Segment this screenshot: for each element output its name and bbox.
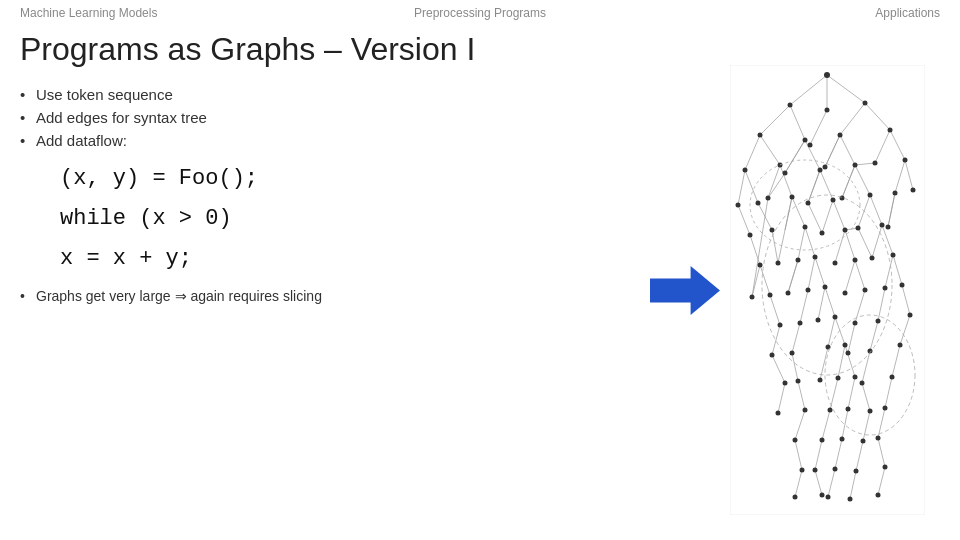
svg-point-140	[843, 228, 848, 233]
svg-point-201	[876, 493, 881, 498]
svg-point-178	[890, 375, 895, 380]
svg-point-188	[883, 406, 888, 411]
svg-point-127	[756, 201, 761, 206]
svg-point-195	[813, 468, 818, 473]
svg-point-198	[833, 467, 838, 472]
svg-point-129	[790, 195, 795, 200]
svg-point-142	[880, 223, 885, 228]
nav-left: Machine Learning Models	[20, 6, 157, 20]
svg-point-166	[853, 321, 858, 326]
svg-point-159	[863, 288, 868, 293]
blue-arrow-icon	[650, 263, 720, 318]
svg-point-183	[803, 408, 808, 413]
svg-point-156	[806, 288, 811, 293]
svg-point-121	[818, 168, 823, 173]
svg-point-143	[886, 225, 891, 230]
svg-point-175	[853, 375, 858, 380]
svg-point-148	[833, 261, 838, 266]
svg-point-132	[840, 196, 845, 201]
svg-point-136	[748, 233, 753, 238]
svg-point-123	[853, 163, 858, 168]
svg-point-154	[768, 293, 773, 298]
svg-point-162	[798, 321, 803, 326]
svg-point-146	[796, 258, 801, 263]
svg-point-114	[803, 138, 808, 143]
svg-point-113	[758, 133, 763, 138]
svg-point-109	[824, 72, 830, 78]
svg-point-137	[770, 228, 775, 233]
svg-point-124	[873, 161, 878, 166]
bullet-3: Add dataflow:	[20, 132, 670, 149]
svg-point-151	[891, 253, 896, 258]
svg-point-155	[786, 291, 791, 296]
svg-point-152	[900, 283, 905, 288]
svg-point-122	[823, 165, 828, 170]
svg-point-189	[793, 438, 798, 443]
svg-point-186	[861, 439, 866, 444]
svg-point-118	[743, 168, 748, 173]
svg-point-165	[846, 351, 851, 356]
svg-point-180	[783, 381, 788, 386]
svg-point-141	[856, 226, 861, 231]
svg-point-128	[766, 196, 771, 201]
svg-point-191	[840, 437, 845, 442]
svg-point-157	[823, 285, 828, 290]
svg-point-179	[898, 343, 903, 348]
svg-point-120	[783, 171, 788, 176]
svg-point-130	[806, 201, 811, 206]
bullet-1: Use token sequence	[20, 86, 670, 103]
svg-point-150	[870, 256, 875, 261]
svg-point-185	[846, 407, 851, 412]
svg-point-161	[778, 323, 783, 328]
svg-point-170	[790, 351, 795, 356]
svg-point-187	[868, 409, 873, 414]
svg-point-144	[758, 263, 763, 268]
svg-point-134	[893, 191, 898, 196]
code-line-3: x = x + y;	[60, 239, 670, 279]
svg-point-158	[843, 291, 848, 296]
svg-point-168	[908, 313, 913, 318]
svg-point-115	[838, 133, 843, 138]
nav-center: Preprocessing Programs	[414, 6, 546, 20]
svg-point-174	[843, 343, 848, 348]
svg-point-133	[868, 193, 873, 198]
svg-marker-0	[650, 266, 720, 315]
svg-point-116	[888, 128, 893, 133]
nav-right: Applications	[875, 6, 940, 20]
svg-point-197	[826, 495, 831, 500]
svg-point-160	[883, 286, 888, 291]
svg-point-126	[736, 203, 741, 208]
svg-point-145	[776, 261, 781, 266]
svg-point-192	[876, 436, 881, 441]
right-panel	[650, 60, 930, 520]
bullet-list: Use token sequence Add edges for syntax …	[20, 86, 670, 149]
svg-point-149	[853, 258, 858, 263]
svg-point-139	[820, 231, 825, 236]
graph-visualization	[730, 65, 925, 515]
code-area: (x, y) = Foo(); while (x > 0) x = x + y;	[60, 159, 670, 278]
svg-point-138	[803, 225, 808, 230]
svg-point-176	[860, 381, 865, 386]
svg-point-117	[808, 143, 813, 148]
svg-point-167	[876, 319, 881, 324]
svg-point-164	[833, 315, 838, 320]
svg-point-200	[854, 469, 859, 474]
svg-point-171	[818, 378, 823, 383]
code-line-2: while (x > 0)	[60, 199, 670, 239]
bottom-bullet: Graphs get very large ⇒ again requires s…	[20, 288, 670, 304]
svg-point-163	[816, 318, 821, 323]
svg-point-112	[825, 108, 830, 113]
code-line-1: (x, y) = Foo();	[60, 159, 670, 199]
svg-point-173	[836, 376, 841, 381]
svg-point-202	[883, 465, 888, 470]
svg-point-184	[828, 408, 833, 413]
svg-point-169	[770, 353, 775, 358]
svg-point-182	[776, 411, 781, 416]
svg-point-196	[820, 493, 825, 498]
svg-point-153	[750, 295, 755, 300]
top-nav: Machine Learning Models Preprocessing Pr…	[0, 0, 960, 26]
svg-point-147	[813, 255, 818, 260]
svg-point-193	[793, 495, 798, 500]
svg-point-131	[831, 198, 836, 203]
svg-point-181	[796, 379, 801, 384]
